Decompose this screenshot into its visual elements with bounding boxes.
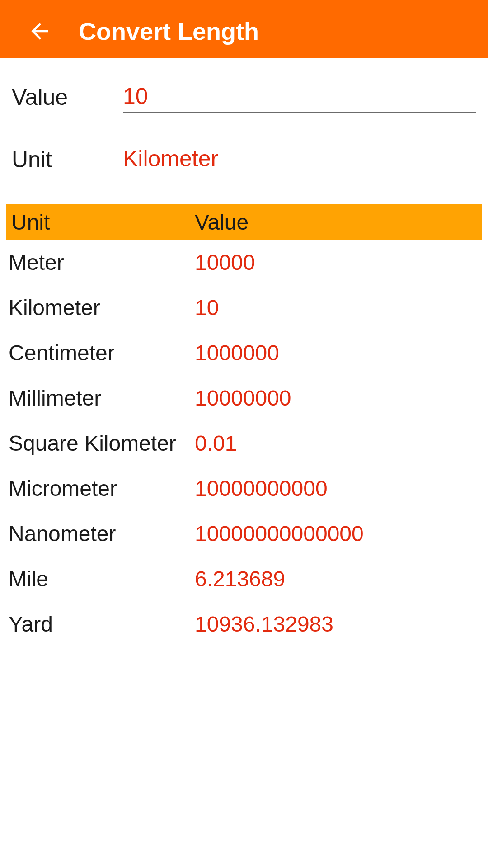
unit-cell: Nanometer bbox=[6, 521, 191, 546]
table-row: Millimeter 10000000 bbox=[6, 375, 482, 420]
unit-cell: Kilometer bbox=[6, 295, 191, 320]
unit-select[interactable]: Kilometer bbox=[123, 146, 476, 172]
results-table: Unit Value Meter 10000 Kilometer 10 Cent… bbox=[6, 204, 482, 646]
table-header: Unit Value bbox=[6, 204, 482, 240]
value-cell: 10936.132983 bbox=[191, 612, 482, 637]
value-label: Value bbox=[12, 84, 123, 113]
value-input[interactable] bbox=[123, 83, 476, 109]
table-row: Mile 6.213689 bbox=[6, 556, 482, 601]
value-cell: 6.213689 bbox=[191, 566, 482, 591]
unit-cell: Micrometer bbox=[6, 476, 191, 501]
unit-cell: Mile bbox=[6, 566, 191, 591]
back-button[interactable] bbox=[26, 18, 53, 45]
value-input-container bbox=[123, 83, 476, 113]
value-cell: 10 bbox=[191, 295, 482, 320]
value-cell: 10000000 bbox=[191, 386, 482, 410]
table-row: Meter 10000 bbox=[6, 240, 482, 285]
value-cell: 10000 bbox=[191, 250, 482, 275]
app-bar: Convert Length bbox=[0, 5, 488, 58]
value-cell: 0.01 bbox=[191, 431, 482, 456]
table-row: Nanometer 10000000000000 bbox=[6, 511, 482, 556]
unit-select-container: Kilometer bbox=[123, 146, 476, 175]
unit-cell: Millimeter bbox=[6, 386, 191, 410]
table-row: Square Kilometer 0.01 bbox=[6, 420, 482, 466]
unit-label: Unit bbox=[12, 146, 123, 175]
input-form: Value Unit Kilometer bbox=[0, 58, 488, 204]
value-cell: 10000000000 bbox=[191, 476, 482, 501]
page-title: Convert Length bbox=[79, 17, 259, 45]
arrow-left-icon bbox=[27, 19, 52, 44]
status-bar bbox=[0, 0, 488, 5]
table-row: Micrometer 10000000000 bbox=[6, 466, 482, 511]
table-row: Yard 10936.132983 bbox=[6, 601, 482, 646]
unit-cell: Square Kilometer bbox=[6, 431, 191, 456]
unit-cell: Meter bbox=[6, 250, 191, 275]
table-body[interactable]: Meter 10000 Kilometer 10 Centimeter 1000… bbox=[6, 240, 482, 646]
value-row: Value bbox=[12, 83, 476, 113]
unit-row: Unit Kilometer bbox=[12, 146, 476, 175]
header-unit: Unit bbox=[6, 210, 191, 235]
value-cell: 10000000000000 bbox=[191, 521, 482, 546]
table-row: Kilometer 10 bbox=[6, 285, 482, 330]
value-cell: 1000000 bbox=[191, 340, 482, 365]
table-row: Centimeter 1000000 bbox=[6, 330, 482, 375]
unit-cell: Centimeter bbox=[6, 340, 191, 365]
header-value: Value bbox=[191, 210, 482, 235]
unit-cell: Yard bbox=[6, 612, 191, 637]
